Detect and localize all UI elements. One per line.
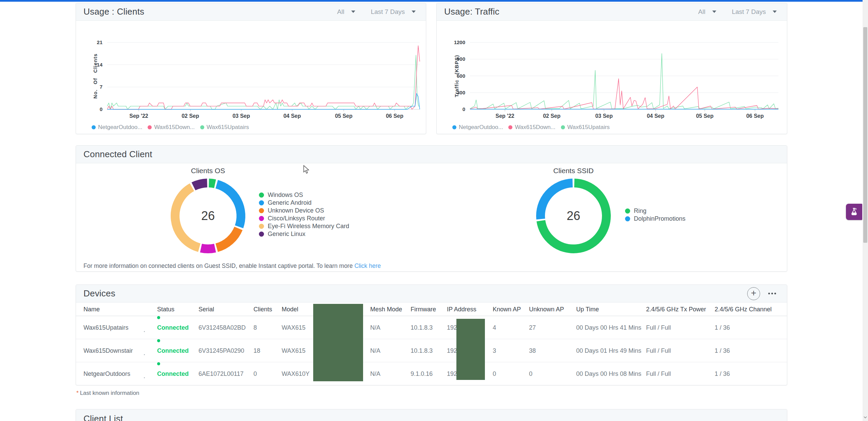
- device-model: WAX615: [282, 339, 305, 362]
- device-up-time: 00 Days 00 Hrs 41 Mins: [576, 316, 641, 339]
- svg-text:04 Sep: 04 Sep: [283, 113, 301, 119]
- legend-dot: [259, 200, 264, 205]
- clients-ssid-legend: Ring DolphinPromotions: [625, 208, 685, 221]
- legend-dot: [452, 125, 456, 129]
- svg-text:600: 600: [457, 73, 465, 79]
- legend-item[interactable]: Wax615Down...: [508, 124, 555, 131]
- more-options-button[interactable]: [768, 291, 777, 296]
- legend-item: Cisco/Linksys Router: [259, 216, 349, 221]
- legend-item[interactable]: NetgearOutdoo...: [92, 124, 142, 131]
- device-row[interactable]: Wax615Upatairs Connected 6V312458A02BD 8…: [76, 316, 787, 339]
- column-header-tx-power: 2.4/5/6 GHz Tx Power: [646, 303, 706, 316]
- device-up-time: 00 Days 01 Hrs 49 Mins: [576, 339, 641, 362]
- device-clients: 18: [253, 339, 260, 362]
- svg-text:300: 300: [457, 90, 465, 95]
- device-known-ap: 0: [493, 362, 496, 385]
- usage-traffic-legend: NetgearOutdoo... Wax615Down... Wax615Upa…: [452, 124, 610, 131]
- device-row[interactable]: Wax615Downstair Connected 6V31245PA0290 …: [76, 339, 787, 362]
- card-title: Devices: [83, 288, 115, 299]
- column-header-ip-address: IP Address: [447, 303, 476, 316]
- legend-item[interactable]: Wax615Upatairs: [561, 124, 610, 131]
- card-title: Client List: [83, 414, 123, 421]
- svg-text:7: 7: [100, 84, 102, 90]
- usage-clients-chart[interactable]: 211470Sep '2202 Sep03 Sep04 Sep05 Sep06 …: [76, 21, 426, 121]
- svg-text:06 Sep: 06 Sep: [746, 113, 764, 119]
- click-here-link[interactable]: Click here: [354, 262, 381, 269]
- scroll-down-arrow[interactable]: [863, 415, 867, 420]
- column-header-mesh-mode: Mesh Mode: [370, 303, 402, 316]
- redaction-overlay: [456, 319, 485, 380]
- scrollbar-thumb[interactable]: [863, 27, 867, 243]
- legend-dot: [259, 216, 264, 221]
- clients-os-count: 26: [169, 177, 247, 255]
- time-filter-value: Last 7 Days: [732, 8, 766, 16]
- clients-os-donut[interactable]: 26: [169, 177, 247, 255]
- clients-os-legend: Windows OS Generic Android Unknown Devic…: [259, 193, 349, 237]
- legend-item: DolphinPromotions: [625, 216, 685, 221]
- legend-item: Unknown Device OS: [259, 208, 349, 213]
- usage-traffic-chart[interactable]: 12009006003000Sep '2202 Sep03 Sep04 Sep0…: [437, 21, 787, 121]
- device-model: WAX615: [282, 316, 305, 339]
- top-accent-bar: [0, 0, 868, 2]
- legend-item[interactable]: Wax615Down...: [148, 124, 194, 131]
- legend-dot: [625, 216, 630, 221]
- clients-os-title: Clients OS: [191, 167, 225, 175]
- card-title: Usage: Traffic: [444, 6, 499, 17]
- device-firmware: 9.1.0.16: [411, 362, 433, 385]
- svg-text:06 Sep: 06 Sep: [386, 113, 403, 119]
- device-tx-power: Full / Full: [646, 362, 671, 385]
- svg-text:05 Sep: 05 Sep: [696, 113, 714, 119]
- legend-item[interactable]: Wax615Upatairs: [200, 124, 249, 131]
- device-unknown-ap: 27: [529, 316, 536, 339]
- devices-card: Devices + Name Status Serial Clients Mod…: [76, 285, 787, 385]
- vertical-scrollbar[interactable]: [863, 0, 868, 421]
- connected-client-card: Connected Client Clients OS 26 Windows O…: [76, 145, 787, 272]
- footnote-asterisk: [144, 377, 145, 378]
- usage-clients-legend: NetgearOutdoo... Wax615Down... Wax615Upa…: [92, 124, 249, 131]
- svg-text:Sep '22: Sep '22: [129, 113, 148, 119]
- column-header-known-ap: Known AP: [493, 303, 521, 316]
- usage-traffic-card: Usage: Traffic All Last 7 Days Traffic (…: [436, 3, 787, 134]
- device-name: Wax615Upatairs: [83, 316, 128, 339]
- usage-clients-card-header: Usage : Clients All Last 7 Days: [76, 3, 426, 21]
- device-channel: 1 / 36: [715, 362, 730, 385]
- legend-dot: [92, 125, 96, 129]
- svg-text:21: 21: [97, 39, 102, 45]
- device-tx-power: Full / Full: [646, 316, 671, 339]
- time-filter-dropdown[interactable]: Last 7 Days: [371, 8, 416, 16]
- client-list-card-header: Client List: [76, 409, 787, 421]
- last-known-information-note: *Last known information: [76, 390, 139, 397]
- device-serial: 6V312458A02BD: [199, 316, 246, 339]
- device-known-ap: 3: [493, 339, 496, 362]
- svg-text:14: 14: [97, 62, 102, 68]
- time-filter-dropdown[interactable]: Last 7 Days: [732, 8, 777, 16]
- clients-ssid-donut[interactable]: 26: [534, 177, 612, 255]
- legend-item: Eye-Fi Wireless Memory Card: [259, 224, 349, 229]
- column-header-serial: Serial: [199, 303, 214, 316]
- device-filter-value: All: [337, 8, 344, 16]
- device-mesh-mode: N/A: [370, 362, 380, 385]
- device-channel: 1 / 36: [715, 316, 730, 339]
- device-mesh-mode: N/A: [370, 339, 380, 362]
- usage-traffic-card-header: Usage: Traffic All Last 7 Days: [437, 3, 787, 21]
- dashboard-screen: Usage : Clients All Last 7 Days No. Of C…: [0, 0, 868, 421]
- devices-table-header: Name Status Serial Clients Model Mesh Mo…: [76, 303, 787, 316]
- device-filter-dropdown[interactable]: All: [698, 8, 716, 16]
- device-filter-dropdown[interactable]: All: [337, 8, 355, 16]
- captive-portal-note: For more information on connected client…: [83, 262, 381, 270]
- legend-item: Ring: [625, 208, 685, 214]
- device-model: WAX610Y: [282, 362, 309, 385]
- ellipsis-icon: [768, 293, 770, 294]
- svg-text:02 Sep: 02 Sep: [182, 113, 199, 119]
- connected-client-card-header: Connected Client: [76, 146, 787, 163]
- footnote-asterisk: [144, 354, 145, 355]
- legend-item[interactable]: NetgearOutdoo...: [452, 124, 503, 131]
- legend-dot: [259, 224, 264, 229]
- feedback-lab-button[interactable]: [846, 204, 862, 220]
- card-title: Usage : Clients: [83, 6, 144, 17]
- device-clients: 8: [253, 316, 257, 339]
- device-row[interactable]: NetgearOutdoors Connected 6AE1072L00117 …: [76, 362, 787, 385]
- add-device-button[interactable]: +: [747, 287, 760, 300]
- device-clients: 0: [253, 362, 257, 385]
- device-filter-value: All: [698, 8, 705, 16]
